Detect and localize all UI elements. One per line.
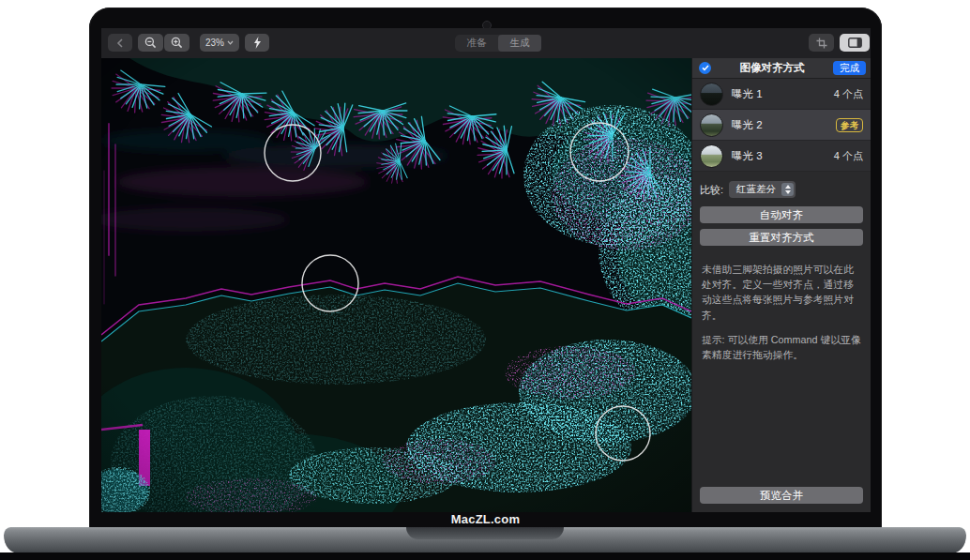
done-button[interactable]: 完成 — [833, 61, 866, 75]
preview-merge-button[interactable]: 预览合并 — [700, 487, 863, 504]
points-count: 4 个点 — [834, 149, 863, 163]
chevron-left-icon — [116, 38, 124, 48]
panel-description: 未借助三脚架拍摄的照片可以在此处对齐。定义一些对齐点，通过移动这些点将每张照片与… — [702, 262, 861, 362]
compare-label: 比较: — [700, 183, 723, 197]
compare-dropdown[interactable]: 红蓝差分 — [729, 181, 796, 198]
chevron-down-icon — [227, 40, 234, 45]
description-tip: 提示: 可以使用 Command 键以亚像素精度进行拖动操作。 — [702, 332, 861, 362]
surface-shadow — [0, 552, 970, 560]
image-canvas[interactable] — [101, 58, 691, 512]
exposure-label: 曝光 1 — [732, 87, 834, 101]
difference-preview — [101, 58, 691, 512]
toolbar: 23% 准备 生成 — [101, 28, 871, 59]
lightning-icon — [253, 37, 262, 49]
flash-button[interactable] — [245, 34, 269, 52]
exposure-thumbnail-dark — [700, 83, 723, 106]
screenshot: 23% 准备 生成 — [0, 0, 970, 560]
exposure-label: 曝光 2 — [732, 118, 836, 132]
zoom-out-button[interactable] — [138, 34, 163, 52]
exposure-thumbnail-medium — [700, 114, 723, 137]
sidebar-toggle-button[interactable] — [840, 34, 870, 52]
exposure-row-3[interactable]: 曝光 3 4 个点 — [692, 141, 871, 172]
tab-prepare[interactable]: 准备 — [455, 35, 498, 52]
reset-align-button[interactable]: 重置对齐方式 — [700, 229, 863, 246]
step-segmented-control: 准备 生成 — [455, 35, 541, 52]
crop-button[interactable] — [809, 34, 834, 52]
magnifier-plus-icon — [171, 37, 183, 49]
zoom-in-button[interactable] — [164, 34, 189, 52]
zoom-level-dropdown[interactable]: 23% — [200, 34, 239, 52]
exposure-label: 曝光 3 — [732, 149, 834, 163]
compare-row: 比较: 红蓝差分 — [700, 181, 863, 198]
points-count: 4 个点 — [834, 87, 863, 101]
alignment-panel: 图像对齐方式 完成 曝光 1 4 个点 曝光 2 参考 曝光 3 4 个点 — [691, 58, 871, 512]
crop-icon — [816, 38, 827, 49]
panel-header: 图像对齐方式 完成 — [692, 58, 871, 79]
panel-title: 图像对齐方式 — [711, 61, 833, 75]
exposure-thumbnail-bright — [700, 144, 723, 168]
sidebar-icon — [848, 38, 862, 48]
brand-watermark: MacZL.com — [89, 512, 882, 527]
description-paragraph: 未借助三脚架拍摄的照片可以在此处对齐。定义一些对齐点，通过移动这些点将每张照片与… — [702, 262, 861, 323]
compare-value: 红蓝差分 — [736, 183, 776, 196]
auto-align-button[interactable]: 自动对齐 — [700, 206, 863, 223]
back-button[interactable] — [108, 34, 132, 52]
exposure-row-2[interactable]: 曝光 2 参考 — [692, 110, 871, 141]
zoom-level-value: 23% — [205, 38, 224, 48]
magnifier-minus-icon — [144, 37, 157, 49]
app-window: 23% 准备 生成 — [101, 28, 871, 512]
tab-generate[interactable]: 生成 — [498, 35, 541, 52]
laptop-lid-notch — [406, 527, 564, 539]
reference-badge: 参考 — [836, 118, 863, 132]
laptop-screen-bezel: 23% 准备 生成 — [89, 8, 882, 528]
check-circle-icon — [699, 62, 711, 74]
exposure-row-1[interactable]: 曝光 1 4 个点 — [692, 79, 871, 110]
stepper-icon — [781, 183, 794, 196]
